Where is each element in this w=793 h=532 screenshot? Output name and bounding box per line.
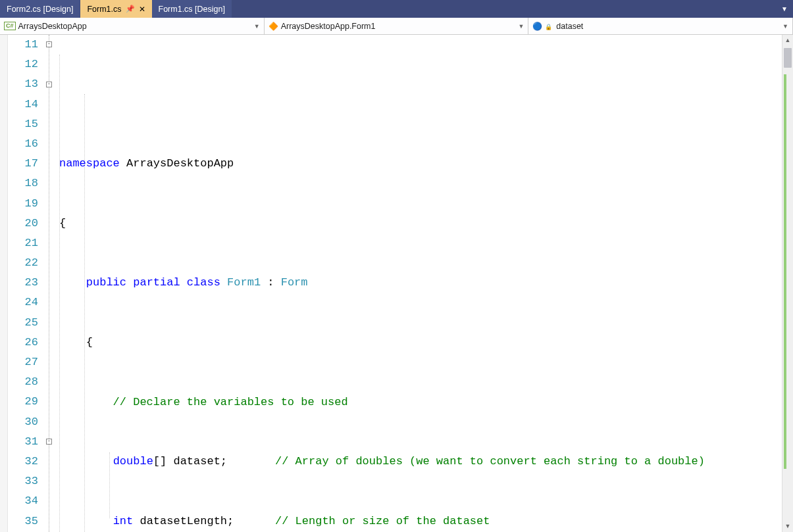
line-number: 11 — [8, 35, 38, 55]
class-icon: 🔶 — [269, 22, 278, 31]
line-number: 34 — [8, 491, 38, 511]
tab-label: Form2.cs [Design] — [7, 5, 73, 14]
chevron-down-icon: ▼ — [518, 23, 524, 30]
line-number: 28 — [8, 372, 38, 392]
pin-icon[interactable]: 📌 — [126, 5, 135, 13]
chevron-down-icon: ▼ — [254, 23, 260, 30]
nav-class-dropdown[interactable]: 🔶 ArraysDesktopApp.Form1 ▼ — [265, 18, 529, 34]
brace: { — [58, 333, 793, 352]
line-number: 26 — [8, 333, 38, 352]
kw: int — [113, 515, 134, 527]
line-number: 13 — [8, 74, 38, 94]
kw: public — [86, 276, 126, 289]
kw: partial — [133, 276, 180, 289]
type: Form1 — [227, 276, 261, 289]
nav-member-label: dataset — [556, 22, 583, 31]
line-number: 33 — [8, 472, 38, 491]
kw: namespace — [59, 157, 120, 170]
tab-form1-design[interactable]: Form1.cs [Design] — [152, 0, 232, 18]
line-number: 30 — [8, 412, 38, 432]
line-number: 16 — [8, 134, 38, 154]
line-number: 24 — [8, 293, 38, 312]
brace: { — [58, 214, 793, 233]
tab-form1-cs[interactable]: Form1.cs 📌 ✕ — [80, 0, 151, 18]
vertical-scrollbar[interactable]: ▲ ▼ — [782, 35, 793, 532]
nav-member-dropdown[interactable]: 🔵 dataset ▼ — [528, 18, 793, 34]
change-indicator — [784, 74, 786, 469]
identifier: ArraysDesktopApp — [120, 157, 234, 170]
line-number-gutter: 11 12 13 14 15 16 17 18 19 20 21 22 23 2… — [8, 35, 46, 532]
line-number: 17 — [8, 154, 38, 174]
line-number: 32 — [8, 452, 38, 472]
close-icon[interactable]: ✕ — [139, 5, 145, 14]
nav-project-label: ArraysDesktopApp — [18, 22, 87, 31]
line-number: 20 — [8, 214, 38, 233]
line-number: 19 — [8, 194, 38, 214]
line-number: 29 — [8, 392, 38, 412]
document-tabs: Form2.cs [Design] Form1.cs 📌 ✕ Form1.cs … — [0, 0, 793, 18]
line-number: 22 — [8, 253, 38, 273]
line-number: 35 — [8, 512, 38, 531]
scrollbar-thumb[interactable] — [784, 48, 792, 68]
identifier: datasetLength; — [133, 515, 234, 527]
line-number: 15 — [8, 114, 38, 134]
sep: : — [261, 276, 281, 289]
line-number: 18 — [8, 174, 38, 193]
code-editor[interactable]: 11 12 13 14 15 16 17 18 19 20 21 22 23 2… — [0, 35, 793, 532]
line-number: 27 — [8, 352, 38, 372]
line-number: 31 — [8, 432, 38, 452]
comment: // Array of doubles (we want to convert … — [275, 452, 705, 472]
line-number: 14 — [8, 95, 38, 114]
nav-class-label: ArraysDesktopApp.Form1 — [281, 22, 376, 31]
fold-toggle[interactable]: - — [46, 82, 52, 87]
comment: // Declare the variables to be used — [58, 393, 793, 412]
scroll-down-icon[interactable]: ▼ — [782, 521, 793, 532]
kw: class — [187, 276, 220, 289]
csharp-icon: C# — [4, 22, 16, 30]
tab-label: Form1.cs — [87, 5, 121, 14]
code-content[interactable]: namespace ArraysDesktopApp { public part… — [58, 35, 793, 532]
line-number: 12 — [8, 55, 38, 74]
field-icon: 🔵 — [532, 22, 542, 31]
line-number: 25 — [8, 313, 38, 333]
scroll-up-icon[interactable]: ▲ — [782, 35, 793, 46]
nav-project-dropdown[interactable]: C# ArraysDesktopApp ▼ — [0, 18, 265, 34]
type: Form — [281, 276, 308, 289]
breakpoint-margin[interactable] — [0, 35, 8, 532]
lock-icon — [545, 22, 553, 31]
fold-toggle[interactable]: - — [46, 41, 52, 47]
line-number: 21 — [8, 233, 38, 253]
tab-label: Form1.cs [Design] — [159, 5, 225, 14]
tab-form2-design[interactable]: Form2.cs [Design] — [0, 0, 80, 18]
navigation-bar: C# ArraysDesktopApp ▼ 🔶 ArraysDesktopApp… — [0, 18, 793, 35]
fold-toggle[interactable]: - — [46, 439, 52, 445]
identifier: [] dataset; — [153, 455, 227, 468]
chevron-down-icon: ▼ — [782, 23, 788, 30]
kw: double — [113, 455, 153, 468]
comment: // Length or size of the dataset — [275, 512, 490, 531]
outlining-margin: - - - — [46, 35, 58, 532]
line-number: 23 — [8, 273, 38, 293]
tab-overflow-icon[interactable]: ▼ — [776, 5, 793, 12]
